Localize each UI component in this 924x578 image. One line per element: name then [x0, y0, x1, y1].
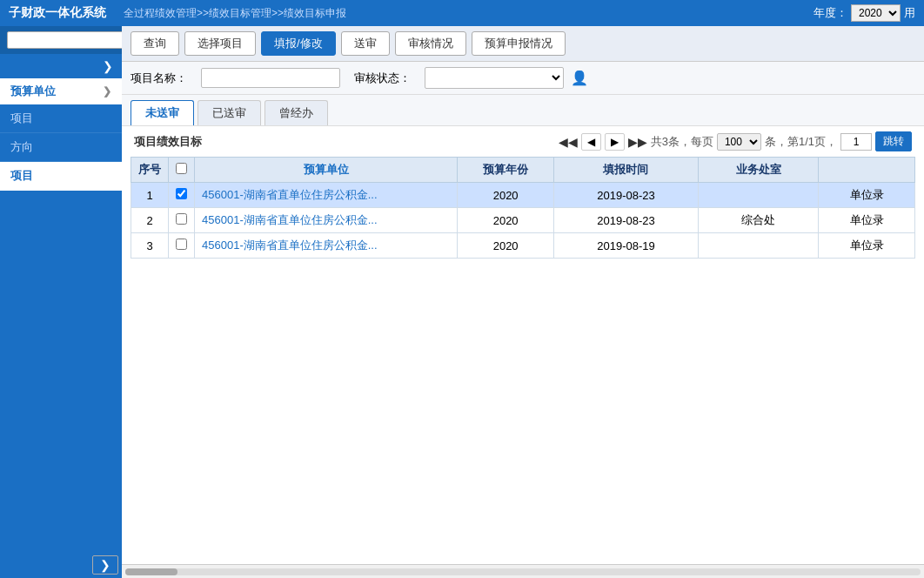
sidebar-collapse-button[interactable]: ❯ [97, 56, 118, 77]
horizontal-scrollbar[interactable] [122, 564, 924, 578]
project-name-label: 项目名称： [131, 71, 187, 86]
year-selector[interactable]: 年度： 2020 2019 2021 用 [814, 4, 915, 22]
row-checkbox[interactable] [176, 239, 187, 250]
table-header-row: 项目绩效目标 ◀◀ ◀ ▶ ▶▶ 共3条，每页 100 50 200 条，第1/… [131, 126, 915, 157]
cell-date: 2019-08-23 [553, 183, 698, 208]
cell-date: 2019-08-19 [553, 233, 698, 259]
year-label: 年度： [814, 5, 847, 21]
col-header-seq: 序号 [131, 158, 169, 183]
cell-checkbox[interactable] [169, 233, 195, 259]
col-header-unit: 预算单位 [195, 158, 458, 183]
sidebar: 🔍 ❯ 预算单位 ❯ 项目 方向 项目 ❯ [0, 26, 122, 578]
col-header-action [819, 158, 915, 183]
cell-dept: 综合处 [698, 208, 818, 233]
col-header-year: 预算年份 [458, 158, 554, 183]
col-header-date: 填报时间 [553, 158, 698, 183]
sidebar-search-bar: 🔍 [0, 26, 122, 54]
tab-processed[interactable]: 曾经办 [264, 100, 328, 125]
main-layout: 🔍 ❯ 预算单位 ❯ 项目 方向 项目 ❯ 查询 选择项目 [0, 26, 924, 578]
table-title: 项目绩效目标 [134, 134, 202, 150]
row-checkbox[interactable] [176, 188, 187, 199]
fill-button[interactable]: 填报/修改 [261, 31, 336, 56]
data-table: 序号 预算单位 预算年份 填报时间 业务处室 1 [131, 157, 915, 259]
review-status-select[interactable] [425, 67, 564, 89]
sidebar-item-project1[interactable]: 项目 [0, 104, 122, 133]
table-row: 1 456001-湖南省直单位住房公积金... 2020 2019-08-23 … [131, 183, 915, 208]
sidebar-bottom: ❯ [0, 552, 122, 578]
cell-unit: 456001-湖南省直单位住房公积金... [195, 233, 458, 259]
cell-unit: 456001-湖南省直单位住房公积金... [195, 183, 458, 208]
cell-year: 2020 [458, 183, 554, 208]
sidebar-budget-unit-label: 预算单位 [10, 84, 56, 99]
year-select[interactable]: 2020 2019 2021 [851, 4, 901, 22]
pagination-total: 共3条，每页 [651, 134, 713, 150]
cell-dept [698, 233, 818, 259]
cell-checkbox[interactable] [169, 208, 195, 233]
review-status-wrap: 👤 [425, 67, 592, 89]
cell-seq: 2 [131, 208, 169, 233]
tabs: 未送审 已送审 曾经办 [122, 95, 924, 126]
pagination-next-button[interactable]: ▶ [605, 133, 625, 151]
cell-action: 单位录 [819, 183, 915, 208]
sidebar-item-direction[interactable]: 方向 [0, 133, 122, 162]
sidebar-item-project2[interactable]: 项目 [0, 162, 122, 191]
review-button[interactable]: 审核情况 [395, 31, 466, 56]
cell-date: 2019-08-23 [553, 208, 698, 233]
row-checkbox[interactable] [176, 213, 187, 225]
submit-button[interactable]: 送审 [341, 31, 390, 56]
table-row: 3 456001-湖南省直单位住房公积金... 2020 2019-08-19 … [131, 233, 915, 259]
query-button[interactable]: 查询 [131, 31, 179, 56]
main-content: 查询 选择项目 填报/修改 送审 审核情况 预算申报情况 项目名称： 审核状态：… [122, 26, 924, 578]
filter-row: 项目名称： 审核状态： 👤 [122, 62, 924, 95]
page-input[interactable] [840, 133, 872, 151]
cell-checkbox[interactable] [169, 183, 195, 208]
review-status-label: 审核状态： [354, 71, 411, 86]
sidebar-menu: 项目 方向 项目 [0, 104, 122, 552]
table-body: 1 456001-湖南省直单位住房公积金... 2020 2019-08-23 … [131, 183, 915, 259]
toolbar: 查询 选择项目 填报/修改 送审 审核情况 预算申报情况 [122, 26, 924, 62]
pagination-page-info: 条，第1/1页， [765, 134, 837, 150]
cell-seq: 3 [131, 233, 169, 259]
pagination-first-icon[interactable]: ◀◀ [559, 135, 578, 149]
tab-not-submitted[interactable]: 未送审 [131, 100, 194, 125]
cell-action: 单位录 [819, 208, 915, 233]
app-title: 子财政一体化系统 [9, 5, 106, 21]
chevron-right-icon: ❯ [103, 85, 111, 97]
user-label: 用 [904, 5, 915, 21]
cell-year: 2020 [458, 208, 554, 233]
pagination: ◀◀ ◀ ▶ ▶▶ 共3条，每页 100 50 200 条，第1/1页， 跳转 [559, 131, 912, 151]
table-header: 序号 预算单位 预算年份 填报时间 业务处室 [131, 158, 915, 183]
budget-submit-button[interactable]: 预算申报情况 [472, 31, 566, 56]
select-project-button[interactable]: 选择项目 [184, 31, 256, 56]
table-area: 项目绩效目标 ◀◀ ◀ ▶ ▶▶ 共3条，每页 100 50 200 条，第1/… [122, 126, 924, 564]
cell-year: 2020 [458, 233, 554, 259]
breadcrumb: 全过程绩效管理>>绩效目标管理>>绩效目标申报 [124, 6, 814, 21]
sidebar-budget-unit[interactable]: 预算单位 ❯ [0, 78, 122, 104]
per-page-select[interactable]: 100 50 200 [717, 133, 761, 151]
header: 子财政一体化系统 全过程绩效管理>>绩效目标管理>>绩效目标申报 年度： 202… [0, 0, 924, 26]
pagination-prev-button[interactable]: ◀ [581, 133, 601, 151]
project-name-input[interactable] [201, 68, 340, 88]
cell-action: 单位录 [819, 233, 915, 259]
col-header-dept: 业务处室 [698, 158, 818, 183]
cell-seq: 1 [131, 183, 169, 208]
sidebar-next-button[interactable]: ❯ [92, 555, 118, 575]
cell-dept [698, 183, 818, 208]
col-header-checkbox [169, 158, 195, 183]
cell-unit: 456001-湖南省直单位住房公积金... [195, 208, 458, 233]
tab-submitted[interactable]: 已送审 [198, 100, 261, 125]
pagination-last-icon[interactable]: ▶▶ [628, 135, 647, 149]
scroll-track[interactable] [125, 568, 921, 575]
filter-person-icon[interactable]: 👤 [567, 70, 592, 86]
jump-button[interactable]: 跳转 [875, 131, 912, 151]
scroll-thumb[interactable] [125, 568, 177, 575]
table-row: 2 456001-湖南省直单位住房公积金... 2020 2019-08-23 … [131, 208, 915, 233]
select-all-checkbox[interactable] [176, 163, 187, 174]
